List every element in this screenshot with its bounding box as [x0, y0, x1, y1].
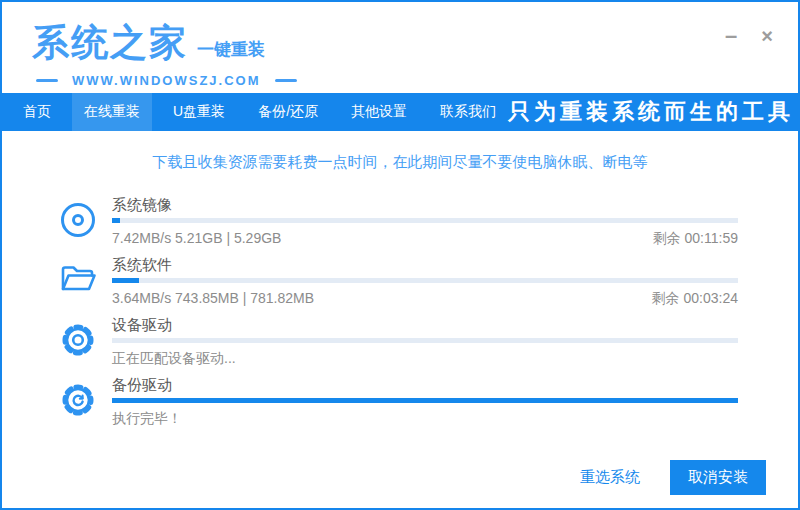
decorative-dash-right: [275, 79, 297, 82]
task-row-device-driver: 设备驱动 正在匹配设备驱动...: [58, 317, 738, 377]
progress-bar: [112, 398, 738, 403]
logo-text: 系统之家: [32, 18, 188, 68]
task-label: 备份驱动: [112, 377, 738, 393]
progress-bar-fill: [112, 218, 120, 223]
minimize-button[interactable]: –: [720, 26, 742, 46]
nav-item-other-settings[interactable]: 其他设置: [339, 93, 419, 131]
task-label: 系统镜像: [112, 197, 738, 213]
decorative-dash-left: [36, 79, 58, 82]
reselect-system-button[interactable]: 重选系统: [580, 468, 640, 487]
folder-icon: [58, 257, 112, 317]
task-label: 系统软件: [112, 257, 738, 273]
nav-slogan: 只为重装系统而生的工具: [508, 93, 800, 131]
progress-bar-fill: [112, 398, 738, 403]
main-nav: 首页 在线重装 U盘重装 备份/还原 其他设置 联系我们 只为重装系统而生的工具: [2, 93, 798, 131]
nav-item-backup-restore[interactable]: 备份/还原: [246, 93, 330, 131]
task-status: 3.64MB/s 743.85MB | 781.82MB: [112, 290, 314, 308]
footer-actions: 重选系统 取消安装: [580, 460, 766, 495]
task-row-system-image: 系统镜像 7.42MB/s 5.21GB | 5.29GB 剩余 00:11:5…: [58, 197, 738, 257]
task-label: 设备驱动: [112, 317, 738, 333]
nav-item-contact-us[interactable]: 联系我们: [428, 93, 508, 131]
task-status: 7.42MB/s 5.21GB | 5.29GB: [112, 230, 281, 248]
progress-bar-fill: [112, 278, 139, 283]
download-notice: 下载且收集资源需要耗费一点时间，在此期间尽量不要使电脑休眠、断电等: [2, 153, 798, 172]
disc-icon: [58, 197, 112, 257]
title-bar: 系统之家 一键重装 WWW.WINDOWSZJ.COM – ×: [2, 2, 798, 93]
app-logo: 系统之家 一键重装 WWW.WINDOWSZJ.COM: [32, 18, 297, 88]
gear-icon: [58, 317, 112, 377]
progress-bar: [112, 218, 738, 223]
website-url: WWW.WINDOWSZJ.COM: [72, 73, 261, 88]
task-remaining: 剩余 00:03:24: [652, 290, 738, 308]
nav-item-home[interactable]: 首页: [11, 93, 63, 131]
cancel-install-button[interactable]: 取消安装: [670, 460, 766, 495]
task-status: 正在匹配设备驱动...: [112, 350, 236, 368]
task-row-system-software: 系统软件 3.64MB/s 743.85MB | 781.82MB 剩余 00:…: [58, 257, 738, 317]
close-button[interactable]: ×: [756, 26, 778, 46]
task-remaining: 剩余 00:11:59: [653, 230, 738, 248]
progress-bar: [112, 338, 738, 343]
nav-item-online-reinstall[interactable]: 在线重装: [72, 93, 152, 131]
progress-bar: [112, 278, 738, 283]
download-task-list: 系统镜像 7.42MB/s 5.21GB | 5.29GB 剩余 00:11:5…: [58, 197, 738, 437]
task-status: 执行完毕！: [112, 410, 182, 428]
task-row-backup-driver: 备份驱动 执行完毕！: [58, 377, 738, 437]
gear-sync-icon: [58, 377, 112, 437]
logo-subtitle: 一键重装: [197, 38, 265, 61]
nav-item-usb-reinstall[interactable]: U盘重装: [161, 93, 237, 131]
